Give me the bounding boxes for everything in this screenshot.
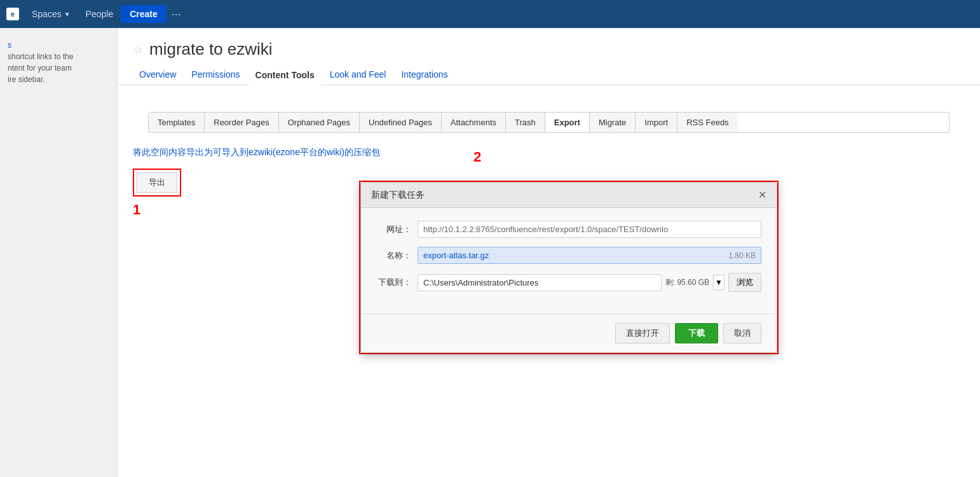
number-label-1: 1 (133, 202, 181, 218)
dialog-path-input-group: 剩: 95.60 GB ▼ 浏览 (418, 273, 761, 292)
tab-export[interactable]: Export (545, 113, 590, 132)
page-title: migrate to ezwiki (149, 39, 273, 59)
star-icon[interactable]: ☆ (133, 43, 143, 57)
more-button[interactable]: ··· (167, 8, 186, 21)
tab-migrate[interactable]: Migrate (590, 113, 636, 132)
number-label-2: 2 (473, 149, 481, 165)
dialog-cancel-button[interactable]: 取消 (723, 323, 761, 343)
dialog-close-button[interactable]: ✕ (758, 189, 766, 201)
export-btn-wrapper: 导出 (133, 169, 181, 197)
tab-overview[interactable]: Overview (133, 66, 182, 85)
layout: s shortcut links to the ntent for your t… (0, 28, 980, 477)
tab-look-and-feel[interactable]: Look and Feel (323, 66, 393, 85)
sidebar-content-text3: ire sidebar. (8, 74, 109, 85)
tab-templates[interactable]: Templates (149, 113, 205, 132)
tab-orphaned-pages[interactable]: Orphaned Pages (279, 113, 360, 132)
export-button[interactable]: 导出 (137, 172, 177, 193)
main-content: ☆ migrate to ezwiki Overview Permissions… (118, 28, 980, 477)
dialog-name-field[interactable]: export-atlas.tar.gz 1.80 KB (418, 247, 761, 264)
sidebar-shortcut-text: s (8, 39, 109, 51)
tab-content-tools[interactable]: Content Tools (249, 66, 321, 85)
tab-integrations[interactable]: Integrations (395, 66, 454, 85)
tab-reorder-pages[interactable]: Reorder Pages (205, 113, 278, 132)
tab-rss-feeds[interactable]: RSS Feeds (677, 113, 737, 132)
dialog-name-size: 1.80 KB (728, 251, 756, 260)
tab-trash[interactable]: Trash (506, 113, 545, 132)
dialog-path-input[interactable] (418, 274, 662, 291)
tab-undefined-pages[interactable]: Undefined Pages (360, 113, 442, 132)
tabs-row2: Templates Reorder Pages Orphaned Pages U… (148, 112, 949, 133)
people-nav[interactable]: People (78, 9, 121, 19)
content-area: Templates Reorder Pages Orphaned Pages U… (118, 85, 980, 233)
page-header: ☆ migrate to ezwiki (118, 28, 980, 59)
dialog-download-button[interactable]: 下载 (675, 323, 718, 343)
dialog-footer: 直接打开 下载 取消 (361, 314, 777, 352)
top-nav: e Spaces ▼ People Create ··· (0, 0, 980, 28)
dialog-header: 新建下载任务 ✕ (361, 183, 777, 208)
dialog-remaining: 剩: 95.60 GB (665, 277, 709, 288)
sidebar-content-text2: ntent for your team (8, 62, 109, 74)
dialog-browse-button[interactable]: 浏览 (728, 273, 761, 292)
create-button[interactable]: Create (121, 5, 167, 23)
dialog-url-label: 网址： (376, 224, 411, 235)
logo: e (6, 8, 19, 20)
dialog-path-dropdown[interactable]: ▼ (713, 275, 725, 290)
dialog-name-row: 名称： export-atlas.tar.gz 1.80 KB (376, 247, 761, 264)
dialog-url-input[interactable] (418, 221, 761, 238)
dialog-path-row: 下载到： 剩: 95.60 GB ▼ 浏览 (376, 273, 761, 292)
tab-attachments[interactable]: Attachments (442, 113, 506, 132)
tabs-row1: Overview Permissions Content Tools Look … (118, 59, 980, 85)
dialog-name-label: 名称： (376, 250, 411, 261)
dialog-url-row: 网址： (376, 221, 761, 238)
dialog-open-button[interactable]: 直接打开 (615, 323, 670, 343)
spaces-nav[interactable]: Spaces ▼ (24, 9, 78, 19)
tab-import[interactable]: Import (636, 113, 677, 132)
sidebar-link[interactable]: s (8, 41, 11, 50)
sidebar: s shortcut links to the ntent for your t… (0, 28, 118, 477)
download-dialog: 新建下载任务 ✕ 网址： 名称： export-atl (360, 182, 777, 353)
export-description: 将此空间内容导出为可导入到ezwiki(ezone平台的wiki)的压缩包 (133, 147, 965, 158)
download-dialog-overlay: 新建下载任务 ✕ 网址： 名称： export-atl (359, 181, 779, 354)
dialog-path-label: 下载到： (376, 277, 411, 288)
dialog-name-value: export-atlas.tar.gz (423, 251, 489, 260)
sidebar-section: s shortcut links to the ntent for your t… (0, 34, 117, 90)
tab-permissions[interactable]: Permissions (185, 66, 246, 85)
dialog-title: 新建下载任务 (371, 190, 425, 201)
dialog-body: 网址： 名称： export-atlas.tar.gz 1.80 KB (361, 208, 777, 314)
sidebar-content-text: shortcut links to the (8, 51, 109, 62)
